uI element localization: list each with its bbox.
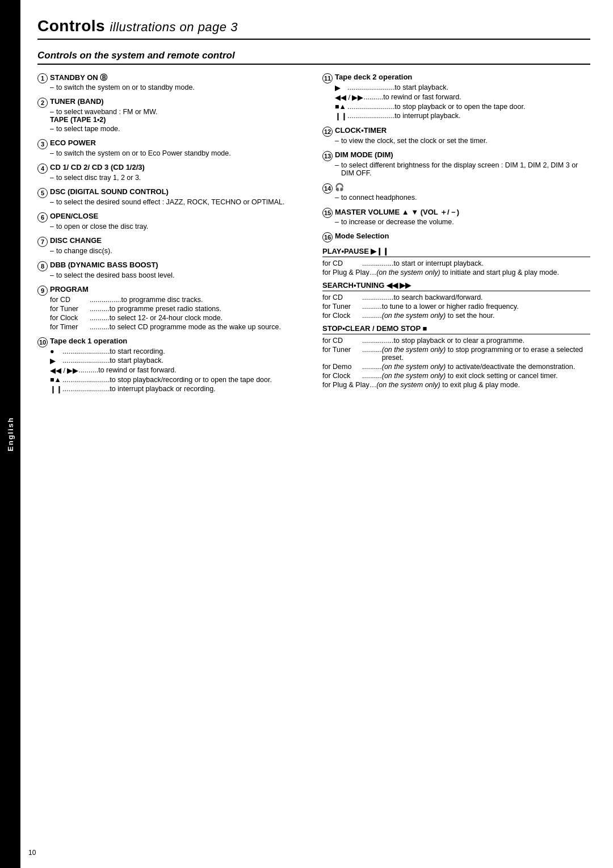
bullet-icon: ◀◀ / ▶▶ — [335, 93, 363, 102]
sub-section-play-pause: PLAY•PAUSE ▶❙❙ for CD ................ t… — [322, 247, 590, 276]
item-title: 6 OPEN/CLOSE — [37, 212, 305, 223]
item-desc: to select the desired bass boost level. — [50, 271, 305, 279]
bullet-icon: ▶ — [335, 83, 347, 92]
item-label: DBB (DYNAMIC BASS BOOST) — [50, 261, 158, 269]
item-dsc: 5 DSC (DIGITAL SOUND CONTROL) to select … — [37, 187, 305, 206]
item-tuner: 2 TUNER (BAND) to select waveband : FM o… — [37, 97, 305, 133]
for-text: to tune to a lower or higher radio frequ… — [382, 303, 590, 311]
for-text: to stop playback or to open the tape doo… — [394, 103, 590, 111]
for-label: for CD — [322, 293, 362, 301]
for-label: for Timer — [50, 323, 90, 331]
for-label: for CD — [50, 296, 90, 304]
for-dots: .......... — [362, 346, 382, 362]
for-text: (on the system only) to stop programming… — [382, 346, 590, 362]
item-desc: to switch the system on or to Eco Power … — [50, 149, 305, 157]
search-tuning-title: SEARCH•TUNING ◀◀ ▶▶ — [322, 281, 590, 291]
item-body: to switch the system on or to Eco Power … — [50, 149, 305, 157]
item-number: 3 — [37, 139, 48, 149]
for-text: (on the system only) to initiate and sta… — [376, 269, 590, 276]
item-standby-on: 1 STANDBY ON Ⓑ to switch the system on o… — [37, 73, 305, 91]
page-number: 10 — [28, 849, 36, 857]
item-desc: to select waveband : FM or MW. — [50, 108, 305, 116]
for-dots: .......... — [362, 372, 382, 380]
for-label: for CD — [322, 259, 362, 267]
for-text: (on the system only) to activate/deactiv… — [382, 363, 590, 371]
for-text: to search backward/forward. — [394, 293, 590, 301]
for-dots: ........................ — [62, 347, 110, 355]
bullet-icon: ▶ — [50, 357, 62, 365]
item-title: 5 DSC (DIGITAL SOUND CONTROL) — [37, 187, 305, 198]
item-title: 11 Tape deck 2 operation — [322, 73, 590, 83]
headphones-icon: 🎧 — [335, 183, 344, 191]
bullet-play: ▶ ........................ to start play… — [50, 357, 305, 365]
bullet-icon: ■▲ — [50, 376, 62, 384]
for-text: (on the system only) to set the hour. — [382, 312, 590, 320]
item-dbb: 8 DBB (DYNAMIC BASS BOOST) to select the… — [37, 261, 305, 279]
item-body: to select the desired bass boost level. — [50, 271, 305, 279]
item-body: ▶ ........................ to start play… — [335, 83, 590, 120]
item-label: DSC (DIGITAL SOUND CONTROL) — [50, 187, 169, 196]
for-label: for Clock — [322, 312, 362, 320]
item-label: TUNER (BAND) — [50, 97, 104, 106]
bullet-rewind: ◀◀ / ▶▶ .......... to rewind or fast for… — [50, 366, 305, 375]
item-body: to view the clock, set the clock or set … — [335, 137, 590, 145]
for-text: to stop playback or to clear a programme… — [394, 337, 590, 345]
for-label: for Clock — [322, 372, 362, 380]
for-label: for Tuner — [50, 305, 90, 313]
item-clock-timer: 12 CLOCK•TIMER to view the clock, set th… — [322, 126, 590, 145]
for-label: for Demo — [322, 363, 362, 371]
for-dots: ........................ — [62, 357, 110, 365]
bullet-stop: ■▲ ........................ to stop play… — [335, 103, 590, 111]
for-text: to start playback. — [110, 357, 305, 365]
item-desc: to open or close the disc tray. — [50, 223, 305, 230]
right-column: 11 Tape deck 2 operation ▶ .............… — [322, 73, 590, 399]
item-number: 6 — [37, 212, 48, 223]
item-number: 9 — [37, 286, 48, 296]
item-number: 11 — [322, 73, 333, 83]
stop-clear-body: for CD ................ to stop playback… — [322, 337, 590, 389]
item-desc: to increase or decrease the volume. — [335, 218, 590, 226]
for-dots: ........................ — [62, 385, 110, 393]
item-mode-selection: 16 Mode Selection PLAY•PAUSE ▶❙❙ for CD … — [322, 232, 590, 389]
bullet-icon: ● — [50, 347, 62, 355]
item-body: to connect headphones. — [335, 194, 590, 202]
for-label: for Tuner — [322, 346, 362, 362]
item-body: to select waveband : FM or MW. — [50, 108, 305, 116]
item-number: 1 — [37, 73, 48, 83]
for-dots: .......... — [362, 303, 382, 311]
item-body: to switch the system on or to standby mo… — [50, 83, 305, 91]
item-label: CD 1/ CD 2/ CD 3 (CD 1/2/3) — [50, 163, 145, 171]
for-dots: ................ — [362, 293, 394, 301]
item-number: 16 — [322, 232, 333, 242]
section-heading: Controls on the system and remote contro… — [37, 50, 590, 65]
item-number: 13 — [322, 151, 333, 161]
item-number: 15 — [322, 208, 333, 218]
item-title: 14 🎧 — [322, 183, 590, 194]
item-number: 14 — [322, 183, 333, 194]
item-body: to select the desired sound effect : JAZ… — [50, 198, 305, 206]
item-label: MASTER VOLUME ▲ ▼ (VOL ＋/－) — [335, 207, 459, 217]
item-body: to select different brightness for the d… — [335, 161, 590, 177]
left-column: 1 STANDBY ON Ⓑ to switch the system on o… — [37, 73, 305, 399]
item-title: 4 CD 1/ CD 2/ CD 3 (CD 1/2/3) — [37, 163, 305, 174]
for-dots: .......... — [90, 305, 110, 313]
page-title: Controls illustrations on page 3 — [37, 17, 590, 40]
for-line-clock: for Clock .......... to select 12- or 24… — [50, 314, 305, 322]
item-title: 13 DIM MODE (DIM) — [322, 150, 590, 161]
bullet-rewind: ◀◀ / ▶▶ .......... to rewind or fast for… — [335, 93, 590, 102]
item-body: for CD ................ to programme dis… — [50, 296, 305, 331]
item-title: 3 ECO POWER — [37, 139, 305, 149]
for-line-tuner: for Tuner .......... to programme preset… — [50, 305, 305, 313]
for-line-plug-play: for Plug & Play… (on the system only) to… — [322, 269, 590, 276]
item-title: 10 Tape deck 1 operation — [37, 337, 305, 347]
for-text: to start playback. — [394, 83, 590, 92]
for-text: to select CD programme mode as the wake … — [110, 323, 305, 331]
item-body: to change disc(s). — [50, 247, 305, 255]
bullet-play: ▶ ........................ to start play… — [335, 83, 590, 92]
item-label: CLOCK•TIMER — [335, 126, 387, 135]
item-number: 4 — [37, 163, 48, 174]
title-text: Controls — [37, 17, 105, 35]
for-text: to programme preset radio stations. — [110, 305, 305, 313]
item-body: to open or close the disc tray. — [50, 223, 305, 230]
for-label: for Tuner — [322, 303, 362, 311]
